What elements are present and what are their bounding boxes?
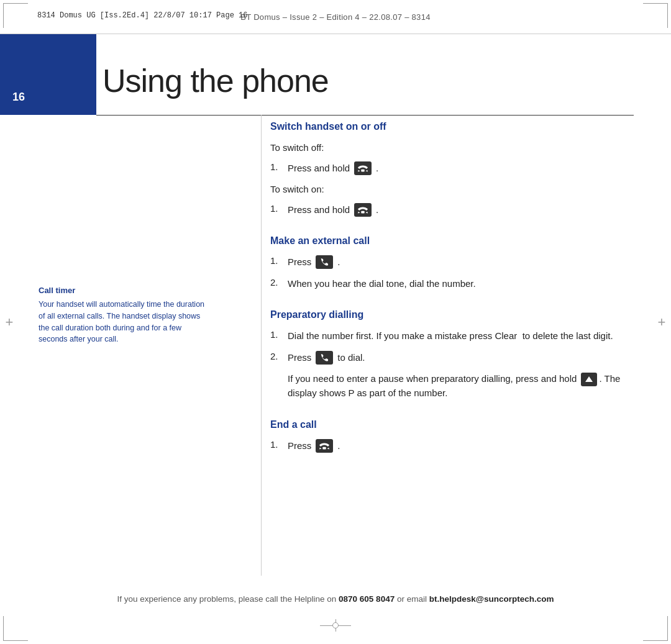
vertical-rule: [261, 115, 262, 576]
svg-rect-3: [323, 447, 326, 450]
footer-phone: 0870 605 8047: [339, 594, 395, 604]
up-arrow-icon: [581, 373, 597, 386]
switch-text-on: To switch on:: [270, 183, 631, 197]
step-suffix: .: [337, 255, 340, 270]
step-text: Press: [288, 255, 311, 270]
sidebar-note-title: Call timer: [39, 286, 212, 295]
corner-bracket-br: [643, 616, 668, 641]
section-title-preparatory: Preparatory dialling: [270, 309, 631, 320]
step-content: Press .: [288, 439, 340, 453]
footer: If you experience any problems, please c…: [0, 594, 671, 604]
section-title-external-call: Make an external call: [270, 235, 631, 247]
crosshair-left: [0, 313, 19, 332]
phone-call-icon: [316, 255, 333, 269]
crosshair-bottom: [320, 619, 351, 632]
step-text: Dial the number first. If you make a mis…: [288, 329, 613, 343]
end-call-step1: 1. Press .: [270, 439, 631, 453]
corner-bracket-bl: [3, 616, 28, 641]
external-call-step1: 1. Press .: [270, 255, 631, 270]
phone-end-icon: [354, 161, 372, 175]
phone-end-icon-3: [316, 439, 333, 453]
svg-rect-1: [361, 211, 364, 214]
external-call-step2: 2. When you hear the dial tone, dial the…: [270, 277, 631, 291]
page-number-block: 16: [0, 34, 96, 115]
step-text: Press: [288, 439, 311, 453]
preparatory-step2: 2. Press to dial.: [270, 351, 631, 365]
preparatory-step1: 1. Dial the number first. If you make a …: [270, 329, 631, 343]
step-text: Press and hold: [288, 161, 350, 176]
section-preparatory: Preparatory dialling 1. Dial the number …: [270, 309, 631, 401]
step-suffix: .: [376, 161, 378, 176]
section-title-end-call: End a call: [270, 419, 631, 430]
title-rule: [96, 115, 634, 116]
section-switch: Switch handset on or off To switch off: …: [270, 121, 631, 217]
switch-on-step1: 1. Press and hold .: [270, 203, 631, 217]
step-num: 1.: [270, 255, 288, 266]
page-number: 16: [12, 91, 96, 104]
step-suffix: .: [337, 439, 340, 453]
step-suffix: to dial.: [337, 351, 365, 365]
switch-off-step1: 1. Press and hold .: [270, 161, 631, 176]
sidebar-note-text: Your handset will automatically time the…: [39, 299, 212, 345]
header-center-text: BT Domus – Issue 2 – Edition 4 – 22.08.0…: [240, 12, 430, 22]
step-text: When you hear the dial tone, dial the nu…: [288, 277, 476, 291]
step-num: 1.: [270, 203, 288, 214]
footer-text: If you experience any problems, please c…: [117, 594, 337, 604]
phone-call-icon-2: [316, 351, 333, 365]
header-left-text: 8314 Domus UG [Iss.2Ed.4] 22/8/07 10:17 …: [37, 11, 247, 20]
step-content: Press and hold .: [288, 203, 378, 217]
step-num: 1.: [270, 439, 288, 450]
step-content: When you hear the dial tone, dial the nu…: [288, 277, 476, 291]
footer-text2: or email: [397, 594, 427, 604]
step-text: Press: [288, 351, 311, 365]
sidebar-note: Call timer Your handset will automatical…: [39, 286, 212, 345]
step-num: 1.: [270, 161, 288, 172]
section-external-call: Make an external call 1. Press . 2. When…: [270, 235, 631, 291]
step-suffix: .: [376, 203, 378, 217]
step-num: 1.: [270, 329, 288, 340]
page-title: Using the phone: [103, 62, 329, 99]
main-content: Switch handset on or off To switch off: …: [270, 121, 631, 471]
svg-rect-0: [361, 170, 364, 172]
svg-marker-2: [585, 376, 593, 382]
header: 8314 Domus UG [Iss.2Ed.4] 22/8/07 10:17 …: [0, 0, 671, 34]
crosshair-right: [652, 313, 671, 332]
section-title-switch: Switch handset on or off: [270, 121, 631, 132]
step-content: Press to dial.: [288, 351, 365, 365]
step-content: Press .: [288, 255, 340, 270]
step-text: Press and hold: [288, 203, 350, 217]
footer-email: bt.helpdesk@suncorptech.com: [429, 594, 554, 604]
step-num: 2.: [270, 277, 288, 288]
phone-end-icon-2: [354, 203, 372, 217]
step-content: Press and hold .: [288, 161, 378, 176]
step-content: Dial the number first. If you make a mis…: [288, 329, 613, 343]
switch-text-off: To switch off:: [270, 141, 631, 155]
preparatory-indent: If you need to enter a pause when prepar…: [288, 372, 631, 401]
step-num: 2.: [270, 351, 288, 361]
section-end-call: End a call 1. Press .: [270, 419, 631, 453]
